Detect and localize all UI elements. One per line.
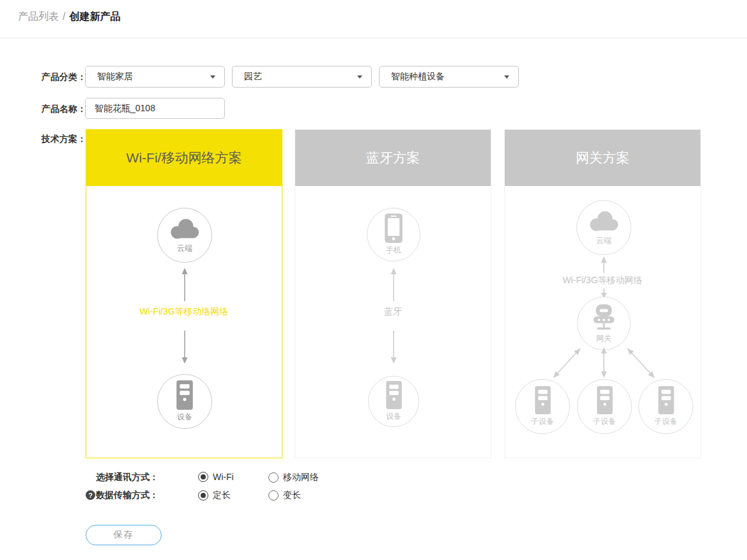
arrow-diagonal-right-icon [622, 345, 661, 382]
radio-button[interactable] [268, 472, 279, 483]
radio-label: 变长 [283, 490, 301, 501]
node-label: 设备 [177, 412, 192, 423]
device-icon [658, 386, 674, 414]
node-label: 设备 [386, 411, 401, 422]
radio-button[interactable] [268, 490, 279, 501]
arrow-up-icon [390, 268, 397, 301]
device-icon [176, 380, 193, 410]
scheme-card-bluetooth-title[interactable]: 蓝牙方案 [295, 130, 491, 186]
save-button[interactable]: 保存 [86, 525, 162, 545]
cloud-node: 云端 [576, 200, 631, 255]
breadcrumb-separator: / [63, 11, 65, 22]
radio-mobile-network[interactable]: 移动网络 [268, 472, 319, 483]
radio-label: Wi-Fi [213, 472, 234, 482]
cloud-node: 云端 [157, 208, 212, 263]
data-transfer-row: ? 数据传输方式： 定长 变长 [0, 490, 447, 502]
category-select-1-value: 智能家居 [97, 71, 210, 82]
category-select-2-value: 园艺 [244, 71, 357, 82]
chevron-down-icon [504, 75, 509, 79]
radio-label: 定长 [213, 490, 231, 501]
link-label: 蓝牙 [295, 306, 491, 318]
node-label: 子设备 [593, 416, 616, 427]
node-label: 子设备 [531, 416, 554, 427]
cloud-icon [167, 217, 203, 241]
gateway-icon [590, 303, 618, 331]
node-label: 云端 [596, 235, 612, 246]
arrow-diagonal-left-icon [547, 345, 585, 382]
arrow-down-icon [390, 331, 397, 364]
cloud-icon [586, 209, 622, 233]
breadcrumb-parent[interactable]: 产品列表 [18, 11, 59, 22]
product-name-label: 产品名称： [42, 104, 86, 115]
scheme-card-wifi-title[interactable]: Wi-Fi/移动网络方案 [86, 130, 282, 186]
scheme-label: 技术方案： [42, 134, 86, 145]
arrow-down-icon [181, 331, 189, 364]
sub-device-node: 子设备 [515, 379, 570, 434]
comm-method-label: 选择通讯方式： [0, 472, 158, 483]
scheme-card-gateway[interactable]: 网关方案 云端 Wi-Fi/3G等移动网络 网关 [504, 129, 701, 458]
category-label: 产品分类： [42, 72, 86, 83]
category-select-1[interactable]: 智能家居 [85, 66, 225, 88]
comm-method-row: 选择通讯方式： Wi-Fi 移动网络 [0, 472, 447, 485]
arrow-vertical-icon [600, 347, 608, 378]
data-transfer-label: 数据传输方式： [0, 490, 158, 501]
scheme-card-bluetooth[interactable]: 蓝牙方案 手机 蓝牙 设备 [295, 129, 491, 458]
radio-fixed-length[interactable]: 定长 [198, 490, 231, 501]
link-label: Wi-Fi/3G等移动网络 [505, 275, 700, 286]
radio-wifi[interactable]: Wi-Fi [198, 472, 234, 482]
node-label: 子设备 [654, 416, 677, 427]
radio-label: 移动网络 [283, 472, 319, 483]
arrow-up-icon [181, 268, 189, 301]
scheme-card-gateway-title[interactable]: 网关方案 [505, 130, 700, 186]
radio-button-checked[interactable] [198, 490, 208, 501]
create-product-page: 产品列表/创建新产品 产品分类： 智能家居 园艺 智能种植设备 产品名称： 技术… [0, 0, 747, 560]
chevron-down-icon [210, 75, 215, 79]
scheme-card-gateway-diagram: 云端 Wi-Fi/3G等移动网络 网关 [505, 186, 700, 458]
chevron-down-icon [357, 75, 362, 79]
sub-device-node: 子设备 [638, 379, 693, 434]
device-icon [597, 386, 613, 414]
node-label: 手机 [386, 245, 401, 256]
header-divider [0, 38, 747, 38]
category-select-2[interactable]: 园艺 [232, 66, 372, 88]
breadcrumb: 产品列表/创建新产品 [18, 10, 120, 24]
device-icon [386, 381, 402, 409]
radio-variable-length[interactable]: 变长 [268, 490, 301, 501]
sub-device-node: 子设备 [577, 379, 632, 434]
device-icon [535, 386, 551, 414]
product-name-input[interactable] [85, 98, 225, 119]
device-node: 设备 [368, 376, 419, 427]
scheme-card-wifi[interactable]: Wi-Fi/移动网络方案 云端 Wi-Fi/3G等移动络网络 设备 [86, 129, 282, 458]
phone-node: 手机 [367, 208, 420, 261]
link-label: Wi-Fi/3G等移动络网络 [86, 306, 282, 318]
device-node: 设备 [157, 374, 212, 429]
node-label: 网关 [596, 333, 612, 344]
radio-button-checked[interactable] [198, 472, 208, 482]
gateway-node: 网关 [577, 297, 631, 350]
scheme-card-wifi-diagram: 云端 Wi-Fi/3G等移动络网络 设备 [86, 186, 282, 458]
arrow-up-icon [600, 256, 608, 273]
category-select-3[interactable]: 智能种植设备 [379, 66, 519, 88]
page-title: 创建新产品 [69, 11, 120, 22]
node-label: 云端 [177, 243, 192, 254]
phone-icon [385, 214, 403, 243]
scheme-card-bluetooth-diagram: 手机 蓝牙 设备 [295, 186, 491, 458]
category-select-3-value: 智能种植设备 [391, 71, 504, 82]
